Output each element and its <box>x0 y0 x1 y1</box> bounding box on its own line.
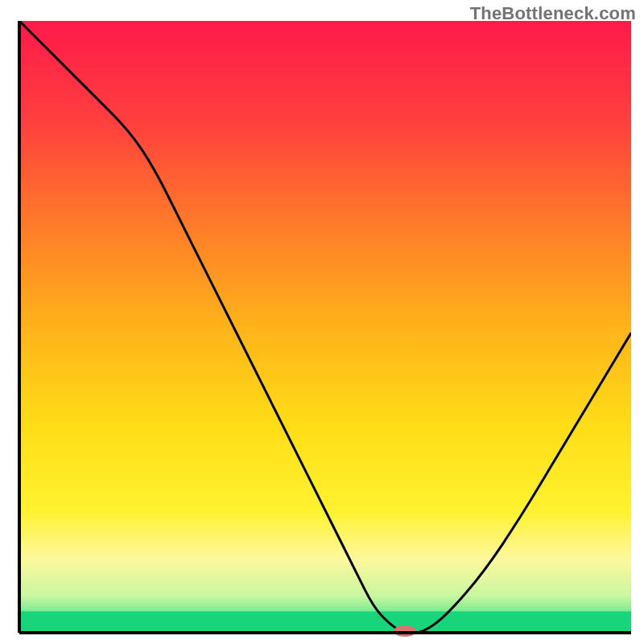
svg-rect-1 <box>19 611 631 633</box>
watermark-text: TheBottleneck.com <box>470 3 636 24</box>
green-band <box>19 611 631 633</box>
chart-area <box>0 0 644 644</box>
chart-svg <box>0 0 644 644</box>
